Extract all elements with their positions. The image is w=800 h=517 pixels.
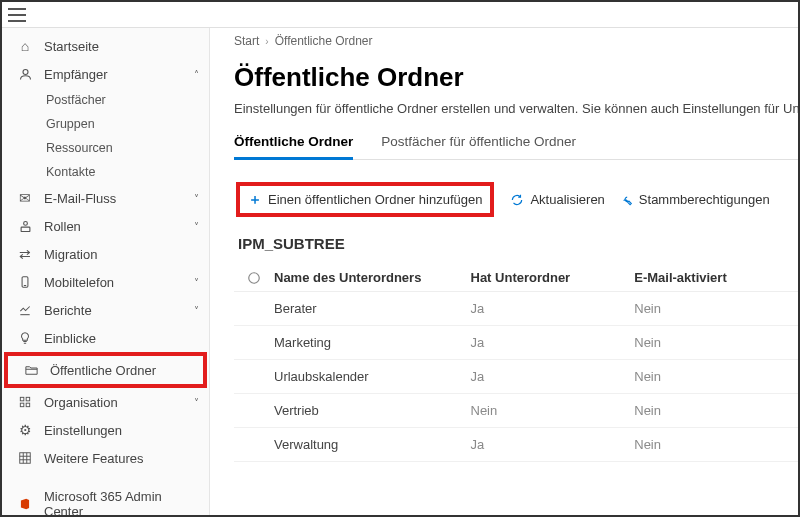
- gear-icon: ⚙: [16, 422, 34, 438]
- column-header-name[interactable]: Name des Unterordners: [274, 270, 471, 285]
- cell-name: Berater: [274, 301, 471, 316]
- svg-rect-7: [20, 403, 24, 407]
- sidebar-item-label: Empfänger: [44, 67, 194, 82]
- sidebar-item-mobile[interactable]: Mobiltelefon ˅: [2, 268, 209, 296]
- table-row[interactable]: BeraterJaNein: [234, 292, 798, 326]
- roles-icon: [16, 219, 34, 234]
- sidebar-item-contacts[interactable]: Kontakte: [2, 160, 209, 184]
- chevron-right-icon: ›: [265, 36, 268, 47]
- mobile-icon: [16, 275, 34, 289]
- reports-icon: [16, 303, 34, 317]
- cell-mail: Nein: [634, 403, 798, 418]
- plus-icon: ＋: [248, 193, 262, 207]
- root-permissions-button[interactable]: Stammberechtigungen: [619, 192, 770, 207]
- sidebar-subgroup-recipients: Postfächer Gruppen Ressourcen Kontakte: [2, 88, 209, 184]
- tab-pf-mailboxes[interactable]: Postfächer für öffentliche Ordner: [381, 134, 576, 159]
- svg-rect-2: [21, 227, 30, 231]
- svg-point-14: [249, 272, 260, 283]
- sidebar-item-features[interactable]: Weitere Features: [2, 444, 209, 472]
- lightbulb-icon: [16, 331, 34, 345]
- sidebar-item-reports[interactable]: Berichte ˅: [2, 296, 209, 324]
- select-all-checkbox[interactable]: [234, 271, 274, 285]
- sidebar-item-mailboxes[interactable]: Postfächer: [2, 88, 209, 112]
- svg-rect-9: [20, 453, 31, 464]
- menu-toggle-icon[interactable]: [8, 8, 26, 22]
- chevron-down-icon: ˅: [194, 305, 199, 316]
- cell-mail: Nein: [634, 335, 798, 350]
- wrench-icon: [619, 193, 633, 207]
- migration-icon: ⇄: [16, 246, 34, 262]
- cell-hassub: Ja: [471, 335, 635, 350]
- tab-public-folders[interactable]: Öffentliche Ordner: [234, 134, 353, 160]
- column-header-mail[interactable]: E-Mail-aktiviert: [634, 270, 798, 285]
- sidebar-item-roles[interactable]: Rollen ˅: [2, 212, 209, 240]
- svg-rect-8: [26, 403, 30, 407]
- add-public-folder-button[interactable]: ＋ Einen öffentlichen Ordner hinzufügen: [248, 192, 482, 207]
- folder-icon: [22, 363, 40, 378]
- main-content: Start › Öffentliche Ordner Öffentliche O…: [210, 28, 798, 515]
- table-header: Name des Unterordners Hat Unterordner E-…: [234, 264, 798, 292]
- svg-rect-6: [26, 397, 30, 401]
- cell-mail: Nein: [634, 369, 798, 384]
- cell-name: Vertrieb: [274, 403, 471, 418]
- button-label: Einen öffentlichen Ordner hinzufügen: [268, 192, 482, 207]
- home-icon: ⌂: [16, 38, 34, 54]
- table-row[interactable]: VerwaltungJaNein: [234, 428, 798, 462]
- sidebar-item-mailflow[interactable]: ✉ E-Mail-Fluss ˅: [2, 184, 209, 212]
- folder-table: Name des Unterordners Hat Unterordner E-…: [234, 264, 798, 462]
- sidebar-item-m365-admin[interactable]: Microsoft 365 Admin Center: [2, 490, 209, 515]
- sidebar-item-home[interactable]: ⌂ Startseite: [2, 32, 209, 60]
- sidebar-item-settings[interactable]: ⚙ Einstellungen: [2, 416, 209, 444]
- chevron-down-icon: ˅: [194, 193, 199, 204]
- breadcrumb-current: Öffentliche Ordner: [275, 34, 373, 48]
- cell-name: Marketing: [274, 335, 471, 350]
- refresh-button[interactable]: Aktualisieren: [510, 192, 604, 207]
- page-title: Öffentliche Ordner: [234, 62, 798, 93]
- svg-rect-5: [20, 397, 24, 401]
- sidebar-item-recipients[interactable]: Empfänger ˄: [2, 60, 209, 88]
- tabs: Öffentliche Ordner Postfächer für öffent…: [234, 134, 798, 160]
- svg-point-0: [23, 69, 28, 74]
- cell-hassub: Nein: [471, 403, 635, 418]
- highlight-public-folders: Öffentliche Ordner: [4, 352, 207, 388]
- sidebar-item-migration[interactable]: ⇄ Migration: [2, 240, 209, 268]
- office-icon: [16, 497, 34, 511]
- button-label: Stammberechtigungen: [639, 192, 770, 207]
- cell-mail: Nein: [634, 301, 798, 316]
- grid-icon: [16, 451, 34, 465]
- button-label: Aktualisieren: [530, 192, 604, 207]
- table-row[interactable]: MarketingJaNein: [234, 326, 798, 360]
- breadcrumb: Start › Öffentliche Ordner: [234, 34, 798, 48]
- mail-icon: ✉: [16, 190, 34, 206]
- chevron-up-icon: ˄: [194, 69, 199, 80]
- organization-icon: [16, 395, 34, 409]
- sidebar-item-organization[interactable]: Organisation ˅: [2, 388, 209, 416]
- cell-name: Verwaltung: [274, 437, 471, 452]
- column-header-hassub[interactable]: Hat Unterordner: [471, 270, 635, 285]
- person-icon: [16, 67, 34, 82]
- cell-name: Urlaubskalender: [274, 369, 471, 384]
- sidebar-item-resources[interactable]: Ressourcen: [2, 136, 209, 160]
- cell-hassub: Ja: [471, 301, 635, 316]
- topbar: [2, 2, 798, 28]
- chevron-down-icon: ˅: [194, 397, 199, 408]
- cell-mail: Nein: [634, 437, 798, 452]
- subtree-title: IPM_SUBTREE: [238, 235, 798, 252]
- cell-hassub: Ja: [471, 369, 635, 384]
- chevron-down-icon: ˅: [194, 221, 199, 232]
- table-row[interactable]: UrlaubskalenderJaNein: [234, 360, 798, 394]
- sidebar: ⌂ Startseite Empfänger ˄ Postfächer Grup…: [2, 28, 210, 515]
- table-row[interactable]: VertriebNeinNein: [234, 394, 798, 428]
- toolbar: ＋ Einen öffentlichen Ordner hinzufügen A…: [234, 182, 798, 217]
- svg-point-1: [23, 221, 27, 225]
- sidebar-item-label: Startseite: [44, 39, 199, 54]
- page-description: Einstellungen für öffentliche Ordner ers…: [234, 101, 798, 116]
- sidebar-item-insights[interactable]: Einblicke: [2, 324, 209, 352]
- sidebar-item-public-folders[interactable]: Öffentliche Ordner: [8, 356, 203, 384]
- chevron-down-icon: ˅: [194, 277, 199, 288]
- breadcrumb-root[interactable]: Start: [234, 34, 259, 48]
- refresh-icon: [510, 193, 524, 207]
- cell-hassub: Ja: [471, 437, 635, 452]
- sidebar-item-groups[interactable]: Gruppen: [2, 112, 209, 136]
- highlight-add-button: ＋ Einen öffentlichen Ordner hinzufügen: [236, 182, 494, 217]
